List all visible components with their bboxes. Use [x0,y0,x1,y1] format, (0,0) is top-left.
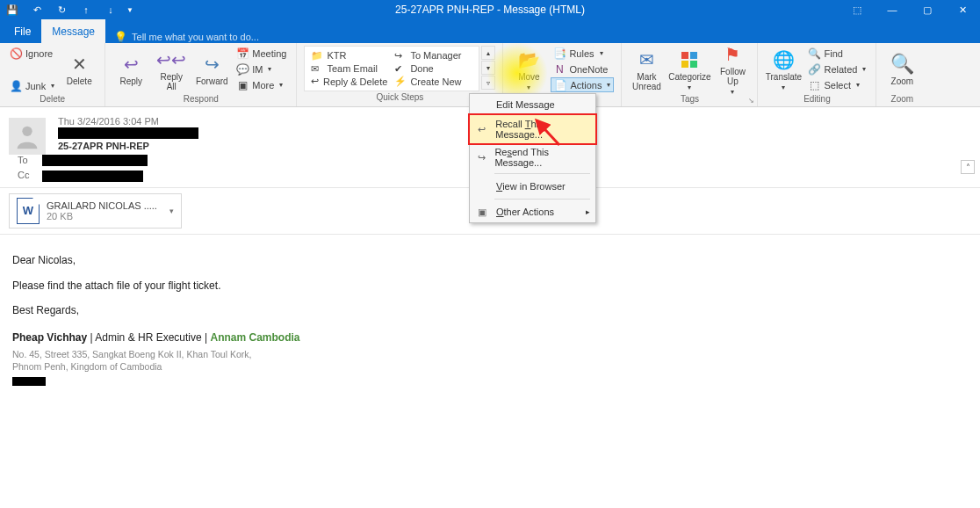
onenote-button[interactable]: NOneNote [551,62,614,76]
menu-resend-message[interactable]: ↪Resend This Message... [470,143,595,171]
attachment-item[interactable]: W GRAILARD NICOLAS ..... 20 KB ▾ [9,193,182,229]
im-icon: 💬 [236,63,249,76]
menu-edit-message[interactable]: Edit Message [470,94,595,115]
group-tags: ✉Mark Unread Categorize▾ ⚑Follow Up▾ Tag… [622,43,758,106]
categorize-button[interactable]: Categorize▾ [667,46,711,94]
find-label: Find [824,48,842,59]
prev-item-button[interactable]: ↑ [74,0,98,19]
quickstep-to-manager[interactable]: ↪To Manager [391,49,474,62]
reply-all-button[interactable]: ↩↩Reply All [153,46,190,94]
move-button[interactable]: 📂Move▾ [510,46,547,94]
zoom-button[interactable]: 🔍Zoom [883,46,920,94]
translate-button[interactable]: 🌐Translate▾ [765,46,802,94]
ribbon-options-button[interactable]: ⬚ [839,0,875,19]
signature-name: Pheap Vichhay [12,331,87,344]
actions-button[interactable]: 📄Actions▾ [551,77,614,92]
related-button[interactable]: 🔗Related▾ [805,62,868,76]
chevron-up-icon: ▴ [486,49,490,57]
mail-unread-icon: ✉ [639,49,654,70]
menu-separator [494,173,590,174]
quickstep-team-email[interactable]: ✉Team Email [307,62,391,76]
tab-message[interactable]: Message [41,19,105,43]
quickstep-create-new[interactable]: ⚡Create New [391,75,474,88]
mark-unread-button[interactable]: ✉Mark Unread [629,46,664,94]
actions-dropdown-menu: Edit Message ↩Recall This Message... ↪Re… [469,93,596,223]
menu-recall-message[interactable]: ↩Recall This Message... [468,113,597,145]
rules-icon: 📑 [553,47,566,60]
minimize-button[interactable]: — [875,0,910,19]
redo-qat-button[interactable]: ↻ [49,0,74,19]
quicksteps-scroll-up[interactable]: ▴ [481,46,495,60]
follow-up-button[interactable]: ⚑Follow Up▾ [715,46,750,94]
meeting-label: Meeting [252,48,286,59]
qs-label: Done [410,63,433,74]
more-button[interactable]: ▣More▾ [234,77,289,92]
dialog-launcher-icon[interactable]: ↘ [748,97,754,105]
ribbon-tabs: File Message 💡 Tell me what you want to … [0,19,980,43]
chevron-down-icon: ▼ [126,6,133,14]
chevron-down-icon: ▾ [782,83,785,91]
junk-button[interactable]: 👤Junk▾ [7,78,57,93]
find-icon: 🔍 [808,47,820,60]
im-label: IM [252,64,263,75]
rules-button[interactable]: 📑Rules▾ [551,46,614,61]
tab-file[interactable]: File [4,19,41,43]
flag-icon: ⚑ [724,44,740,65]
minimize-icon: — [888,4,897,15]
im-button[interactable]: 💬IM▾ [234,62,289,76]
close-button[interactable]: ✕ [945,0,980,19]
group-quicksteps-label: Quick Steps [376,92,423,105]
reply-all-label: Reply All [160,72,183,91]
ignore-button[interactable]: 🚫Ignore [7,46,57,61]
chevron-down-icon: ▾ [688,83,691,91]
forward-button[interactable]: ↪Forward [193,46,230,94]
reply-button[interactable]: ↩Reply [112,46,149,94]
quicksteps-scroll-down[interactable]: ▾ [481,61,495,75]
categorize-label: Categorize [668,72,710,82]
group-zoom: 🔍Zoom Zoom [876,43,927,106]
delete-label: Delete [67,76,92,86]
attachment-dropdown[interactable]: ▾ [169,207,174,215]
tell-me-box[interactable]: 💡 Tell me what you want to do... [114,31,259,43]
group-delete: 🚫Ignore 👤Junk▾ ✕ Delete Delete [0,43,105,106]
maximize-button[interactable]: ▢ [910,0,945,19]
collapse-header-button[interactable]: ˄ [961,160,975,174]
save-icon: 💾 [6,4,18,16]
related-label: Related [824,64,857,75]
translate-icon: 🌐 [773,49,795,70]
qat-dropdown[interactable]: ▼ [123,0,137,19]
qs-label: Create New [410,76,461,87]
signature-address-1: No. 45, Street 335, Sangkat Boeng Kok II… [12,348,968,360]
quickstep-ktr[interactable]: 📁KTR [307,49,391,62]
select-button[interactable]: ⬚Select▾ [805,77,868,92]
maximize-icon: ▢ [923,4,932,16]
menu-other-actions[interactable]: ▣Other Actions▸ [470,201,595,222]
save-qat-button[interactable]: 💾 [0,0,25,19]
meeting-button[interactable]: 📅Meeting [234,46,289,61]
signature-company: Annam Cambodia [210,331,299,344]
onenote-label: OneNote [569,64,608,75]
follow-up-label: Follow Up [720,67,746,86]
find-button[interactable]: 🔍Find [805,46,868,61]
delete-button[interactable]: ✕ Delete [61,46,97,94]
menu-label: Resend This Message... [494,147,588,168]
next-item-button[interactable]: ↓ [98,0,123,19]
menu-view-in-browser[interactable]: View in Browser [470,176,595,197]
svg-point-5 [22,127,32,136]
sender-avatar [9,118,46,155]
to-value: x [42,155,148,167]
svg-rect-2 [681,61,688,68]
lightbulb-icon: 💡 [114,31,127,43]
ribbon-collapse-icon: ⬚ [853,4,861,16]
junk-label: Junk [25,81,46,91]
folder-move-icon: 📁 [311,50,323,62]
undo-qat-button[interactable]: ↶ [25,0,49,19]
edit-icon [475,98,489,112]
reply-label: Reply [119,76,142,86]
related-icon: 🔗 [808,63,820,76]
quickstep-reply-delete[interactable]: ↩Reply & Delete [307,75,391,88]
quicksteps-launcher[interactable]: ▿ [481,76,495,90]
more-icon: ▣ [236,79,249,91]
message-body: Dear Nicolas, Please find the attach fil… [0,235,980,409]
quickstep-done[interactable]: ✔Done [391,62,474,76]
